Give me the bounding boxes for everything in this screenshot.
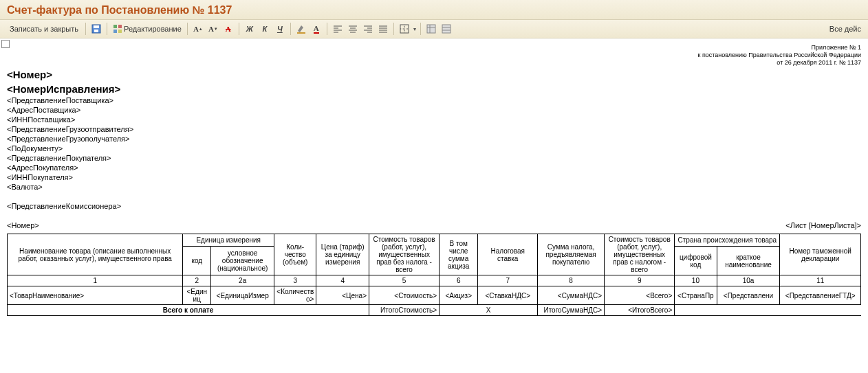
colnum: 5	[369, 275, 439, 286]
cell: <Единиц	[183, 286, 211, 305]
colnum: 8	[538, 275, 605, 286]
svg-rect-27	[427, 25, 435, 33]
svg-rect-4	[118, 25, 122, 28]
window-title: Счет-фактура по Постановлению № 1137	[7, 4, 861, 16]
col-country-code: цифровой код	[675, 247, 717, 275]
table-icon-2[interactable]	[440, 23, 453, 35]
cell-name: <ТоварНаименование>	[8, 286, 183, 305]
col-unit-code: код	[183, 247, 211, 275]
separator	[239, 23, 239, 35]
all-actions-button[interactable]: Все дейс	[829, 25, 861, 33]
svg-rect-6	[118, 30, 122, 33]
separator	[327, 23, 327, 35]
colnum: 10	[675, 275, 717, 286]
colnum: 11	[780, 275, 861, 286]
total-tax: ИтогоСуммаНДС>	[538, 305, 605, 316]
colnum: 3	[274, 275, 316, 286]
col-qty: Коли-чество (объем)	[274, 234, 316, 275]
colnum: 9	[605, 275, 675, 286]
clear-format-icon[interactable]: A	[222, 23, 235, 35]
svg-rect-30	[442, 25, 451, 33]
cell: <СуммаНДС>	[538, 286, 605, 305]
col-unit-name: условное обозначение (национальное)	[211, 247, 274, 275]
col-country-name: краткое наименование	[717, 247, 780, 275]
title-bar: Счет-фактура по Постановлению № 1137	[0, 0, 868, 20]
font-decrease-icon[interactable]: A▼	[207, 23, 219, 35]
appendix-block: Приложение № 1 к постановлению Правитель…	[7, 44, 861, 66]
total-empty	[675, 305, 861, 316]
sheet-number-left: <Номер>	[7, 221, 39, 229]
col-cost-notax: Стоимость товаров (работ, услуг), имущес…	[369, 234, 439, 275]
cell: <Акциз>	[440, 286, 478, 305]
borders-dropdown-icon[interactable]: ▾	[413, 26, 416, 32]
svg-rect-2	[94, 30, 98, 32]
colnum: 6	[440, 275, 478, 286]
col-country-group: Страна происхождения товара	[675, 234, 780, 247]
document-area: Приложение № 1 к постановлению Правитель…	[0, 38, 868, 330]
cell: <СтранаПр	[675, 286, 717, 305]
supplier-name: <ПредставлениеПоставщика>	[7, 96, 861, 104]
consignor: <ПредставлениеГрузоотправителя>	[7, 125, 861, 133]
cell: <ПредставлениеГТД>	[780, 286, 861, 305]
borders-icon[interactable]	[398, 23, 411, 35]
invoice-table: Наименование товара (описание выполненны…	[7, 234, 861, 316]
total-all: <ИтогоВсего>	[605, 305, 675, 316]
align-left-icon[interactable]	[332, 23, 344, 35]
col-tax-rate: Налоговая ставка	[478, 234, 538, 275]
colnum: 7	[478, 275, 538, 286]
buyer-inn: <ИННПокупателя>	[7, 173, 861, 181]
cell: <ЕдиницаИзмер	[211, 286, 274, 305]
colnum: 2	[183, 275, 211, 286]
separator	[290, 23, 291, 35]
colnum: 1	[8, 275, 183, 286]
total-cost: ИтогоСтоимость>	[369, 305, 439, 316]
colnum: 10а	[717, 275, 780, 286]
align-center-icon[interactable]	[347, 23, 359, 35]
sheet-line: <Номер> <Лист [НомерЛиста]>	[7, 221, 861, 229]
col-cost-tax: Стоимость товаров (работ, услуг), имущес…	[605, 234, 675, 275]
svg-rect-1	[94, 25, 99, 28]
text-color-icon[interactable]: A	[310, 23, 323, 35]
col-tax-sum: Сумма налога, предъявляемая покупателю	[538, 234, 605, 275]
separator	[107, 23, 107, 35]
italic-icon[interactable]: К	[259, 23, 271, 35]
edit-mode-button[interactable]: Редактирование	[111, 24, 183, 34]
font-increase-icon[interactable]: A▲	[192, 23, 204, 35]
header-number: <Номер>	[7, 69, 861, 80]
save-and-close-button[interactable]: Записать и закрыть	[7, 23, 81, 34]
save-icon[interactable]	[90, 23, 102, 35]
bold-icon[interactable]: Ж	[243, 23, 256, 35]
separator	[393, 23, 394, 35]
table-row[interactable]: <ТоварНаименование> <Единиц <ЕдиницаИзме…	[8, 286, 861, 305]
ruler-corner	[1, 40, 10, 48]
align-right-icon[interactable]	[362, 23, 374, 35]
appendix-line: Приложение № 1	[7, 44, 861, 52]
total-row: Всего к оплате ИтогоСтоимость> X ИтогоСу…	[8, 305, 861, 316]
underline-icon[interactable]: Ч	[274, 23, 286, 35]
toolbar: Записать и закрыть Редактирование A▲ A▼ …	[0, 20, 868, 38]
cell: <Количество>	[274, 286, 316, 305]
table-icon-1[interactable]	[425, 23, 437, 35]
separator	[85, 23, 86, 35]
col-name: Наименование товара (описание выполненны…	[8, 234, 183, 275]
colnum: 2а	[211, 275, 274, 286]
col-unit-group: Единица измерения	[183, 234, 274, 247]
svg-rect-3	[113, 25, 117, 28]
cell: <СтавкаНДС>	[478, 286, 538, 305]
cell: <Цена>	[316, 286, 369, 305]
background-color-icon[interactable]	[295, 23, 307, 35]
by-document: <ПоДокументу>	[7, 144, 861, 152]
buyer-name: <ПредставлениеПокупателя>	[7, 154, 861, 162]
separator	[420, 23, 421, 35]
align-justify-icon[interactable]	[377, 23, 389, 35]
cell: <Стоимость>	[369, 286, 439, 305]
consignee: <ПредставлениеГрузополучателя>	[7, 135, 861, 143]
currency: <Валюта>	[7, 183, 861, 191]
separator	[187, 23, 188, 35]
commissioner: <ПредставлениеКомиссионера>	[7, 202, 861, 210]
col-price: Цена (тариф) за единицу измерения	[316, 234, 369, 275]
buyer-address: <АдресПокупателя>	[7, 163, 861, 172]
colnum: 4	[316, 275, 369, 286]
header-correction: <НомерИсправления>	[7, 83, 861, 95]
col-excise: В том числе сумма акциза	[440, 234, 478, 275]
